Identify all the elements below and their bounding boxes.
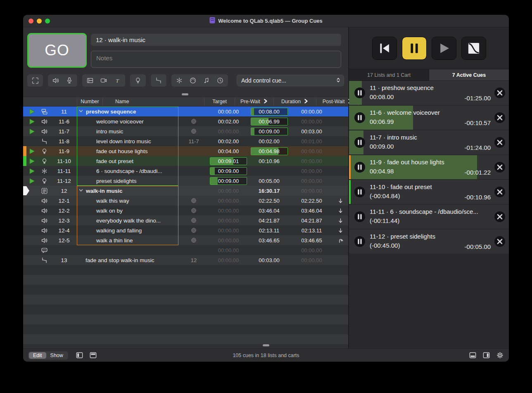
pause-button[interactable] bbox=[402, 37, 426, 59]
stop-cue-button[interactable] bbox=[494, 112, 506, 123]
progress-box[interactable]: 00:09.00 bbox=[251, 128, 288, 135]
cue-row-11-11[interactable]: 11-116 · soundscape - /dbaudi...00:09.00… bbox=[23, 166, 348, 176]
minimize-button[interactable] bbox=[37, 19, 42, 24]
bottom-divider-handle[interactable] bbox=[263, 344, 269, 346]
pause-cue-button[interactable] bbox=[354, 112, 366, 123]
stop-cue-button[interactable] bbox=[494, 186, 506, 198]
show-mode-button[interactable]: Show bbox=[46, 352, 67, 359]
tab-active-cues[interactable]: 7 Active Cues bbox=[429, 69, 509, 80]
cue-row-12-2[interactable]: 12-2walk on by00:00.0003:46.0403:46.04 bbox=[23, 206, 348, 215]
play-button[interactable] bbox=[432, 37, 456, 59]
settings-gear-icon[interactable] bbox=[496, 351, 504, 359]
cue-row-13[interactable]: 13fade and stop walk-in music1200:00.000… bbox=[23, 255, 348, 265]
mode-segmented-control[interactable]: Edit Show bbox=[28, 351, 68, 360]
pause-cue-button[interactable] bbox=[354, 161, 366, 173]
cue-row-12[interactable]: 12walk-in music00:00.0016:30.1700:00.00 bbox=[23, 186, 348, 196]
pause-cue-button[interactable] bbox=[354, 211, 366, 223]
zoom-button[interactable] bbox=[45, 19, 50, 24]
active-cue-row[interactable]: 11-6 · welcome voiceover00:06.99-00:10.5… bbox=[349, 106, 509, 130]
pause-cue-button[interactable] bbox=[354, 236, 366, 247]
active-cue-row[interactable]: 11-10 · fade out preset(-00:04.84)-00:10… bbox=[349, 180, 509, 204]
cue-row-12-4[interactable]: 12-4walking and falling00:00.0002:13.110… bbox=[23, 225, 348, 235]
cell-post-wait: 00:03.00 bbox=[290, 128, 333, 135]
cue-row-11-9[interactable]: 11-9fade out house lights00:04.0000:04.9… bbox=[23, 146, 348, 156]
progress-box[interactable]: 00:09.00 bbox=[210, 167, 247, 175]
toggle-left-panel-icon[interactable] bbox=[76, 351, 83, 359]
cue-row-12-5[interactable]: 12-5walk a thin line00:00.0003:46.6503:4… bbox=[23, 235, 348, 245]
cue-row-11-12[interactable]: 11-12preset sidelights00:09.0000:05.0000… bbox=[23, 176, 348, 186]
cue-row-memo[interactable]: 00:00.0000:00.00 bbox=[23, 245, 348, 255]
active-cue-row[interactable]: 11-7 · intro music00:09.00-01:24.00 bbox=[349, 130, 509, 154]
divider-handle[interactable] bbox=[182, 93, 188, 95]
toggle-top-panel-icon[interactable] bbox=[89, 351, 97, 359]
cue-color-marker bbox=[23, 136, 26, 146]
add-group-cue-cue-button[interactable] bbox=[31, 77, 39, 84]
audio-cue-icon bbox=[37, 237, 51, 244]
fade-all-button[interactable] bbox=[462, 37, 486, 59]
document-icon bbox=[209, 17, 215, 25]
traffic-lights bbox=[28, 19, 50, 24]
cue-row-11-8[interactable]: 11-8level down intro music11-700:02.0000… bbox=[23, 136, 348, 146]
add-midi-cue-button[interactable] bbox=[189, 77, 197, 84]
stop-cue-button[interactable] bbox=[494, 137, 506, 148]
column-header-pre-wait[interactable]: Pre-Wait bbox=[235, 98, 273, 105]
edit-mode-button[interactable]: Edit bbox=[29, 352, 46, 359]
light-cue-icon bbox=[37, 178, 51, 185]
title-bar[interactable]: Welcome to QLab 5.qlab5 — Group Cues bbox=[23, 15, 509, 27]
add-mic-cue-button[interactable] bbox=[66, 77, 73, 84]
close-button[interactable] bbox=[28, 19, 33, 24]
cell-pre-wait: 00:09.01 bbox=[209, 157, 248, 165]
column-header-duration[interactable]: Duration bbox=[273, 98, 316, 105]
add-light-cue-button[interactable] bbox=[134, 77, 142, 84]
pause-cue-button[interactable] bbox=[354, 186, 366, 198]
stop-cue-button[interactable] bbox=[494, 161, 506, 173]
add-control-cue-select[interactable]: Add control cue... bbox=[237, 75, 344, 86]
cue-row-11-7[interactable]: 11-7intro music00:00.0000:09.0000:03.00 bbox=[23, 126, 348, 136]
active-cue-row[interactable]: 11 · preshow sequence00:08.00-01:25.00 bbox=[349, 81, 509, 105]
cell-post-wait: 03:46.65 bbox=[290, 237, 333, 244]
active-cue-row[interactable]: 11-9 · fade out house lights00:04.98-00:… bbox=[349, 155, 509, 179]
add-camera-cue-button[interactable] bbox=[100, 77, 107, 84]
skip-back-button[interactable] bbox=[373, 37, 397, 59]
progress-box[interactable]: 00:09.00 bbox=[210, 177, 247, 185]
pause-cue-button[interactable] bbox=[354, 137, 366, 148]
pause-cue-button[interactable] bbox=[354, 87, 366, 99]
cell-duration: 03:46.04 bbox=[248, 208, 290, 214]
add-audio-cue-button[interactable] bbox=[52, 77, 59, 84]
fade-cue-icon bbox=[37, 257, 51, 264]
add-text-cue-button[interactable]: T bbox=[114, 77, 121, 84]
toggle-bottom-panel-icon[interactable] bbox=[469, 351, 477, 359]
cue-row-11[interactable]: 11preshow sequence00:00.0000:08.0000:00.… bbox=[23, 107, 348, 116]
chevron-down-icon[interactable] bbox=[78, 188, 83, 194]
notes-field[interactable]: Notes bbox=[91, 51, 341, 68]
add-midi-file-cue-button[interactable] bbox=[203, 77, 210, 84]
cue-row-12-1[interactable]: 12-1walk this way00:00.0002:22.5002:22.5… bbox=[23, 196, 348, 206]
add-fade-cue-button[interactable] bbox=[155, 77, 162, 84]
cell-duration: 00:06.99 bbox=[248, 118, 290, 125]
chevron-down-icon[interactable] bbox=[78, 109, 83, 115]
add-video-cue-button[interactable] bbox=[86, 77, 94, 84]
stop-cue-button[interactable] bbox=[494, 211, 506, 223]
add-network-cue-button[interactable] bbox=[176, 77, 183, 84]
active-cue-row[interactable]: 11-11 · 6 · soundscape - /dbaudio/sce...… bbox=[349, 205, 509, 229]
cell-pre-wait: 00:00.00 bbox=[209, 128, 248, 135]
progress-box[interactable]: 00:08.00 bbox=[251, 108, 288, 116]
progress-box[interactable]: 00:04.98 bbox=[251, 147, 288, 155]
cue-table-header[interactable]: NumberNameTargetPre-WaitDurationPost-Wai… bbox=[23, 97, 348, 107]
tab-lists-and-carts[interactable]: 17 Lists and 1 Cart bbox=[349, 69, 429, 80]
add-timecode-cue-button[interactable] bbox=[216, 77, 224, 84]
go-button[interactable]: GO bbox=[27, 33, 87, 68]
toggle-right-panel-icon[interactable] bbox=[482, 351, 490, 359]
cue-row-11-10[interactable]: 11-10fade out preset00:09.0100:10.9600:0… bbox=[23, 156, 348, 166]
empty-row bbox=[23, 305, 348, 315]
stop-cue-button[interactable] bbox=[494, 87, 506, 99]
standby-cue-title-field[interactable]: 12 · walk-in music bbox=[91, 34, 341, 46]
progress-fill bbox=[210, 178, 218, 185]
cue-name: welcome voiceover bbox=[77, 118, 178, 125]
progress-box[interactable]: 00:06.99 bbox=[251, 118, 288, 125]
cue-row-12-3[interactable]: 12-3everybody walk the dino...00:00.0004… bbox=[23, 215, 348, 225]
cue-row-11-6[interactable]: 11-6welcome voiceover00:02.0000:06.9900:… bbox=[23, 116, 348, 126]
active-cue-row[interactable]: 11-12 · preset sidelights(-00:45.00)-00:… bbox=[349, 230, 509, 253]
progress-box[interactable]: 00:09.01 bbox=[210, 157, 247, 165]
stop-cue-button[interactable] bbox=[494, 236, 506, 247]
